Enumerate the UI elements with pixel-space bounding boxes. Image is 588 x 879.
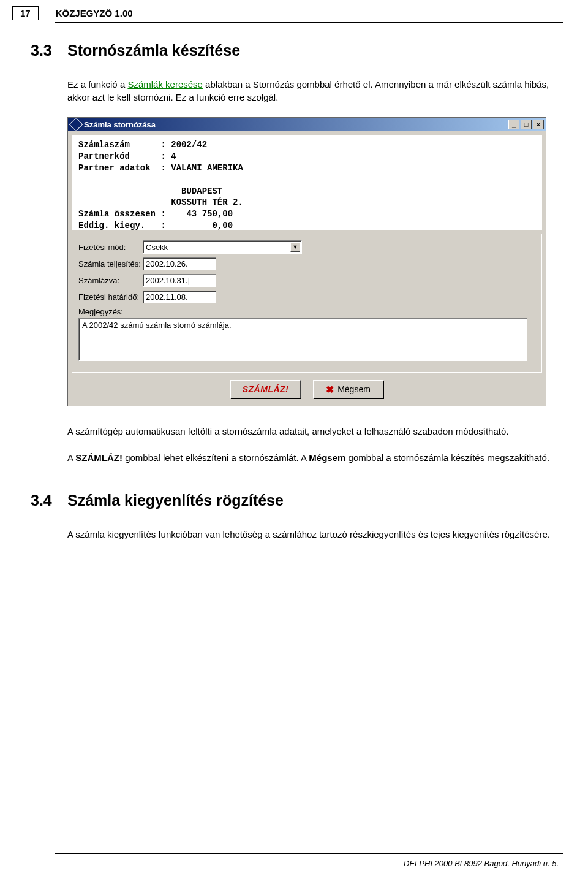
close-icon: ✖ bbox=[326, 384, 334, 395]
section-number: 3.3 bbox=[31, 42, 67, 59]
chevron-down-icon[interactable]: ▼ bbox=[290, 242, 300, 252]
info-panel: Számlaszám : 2002/42 Partnerkód : 4 Part… bbox=[72, 135, 542, 230]
text-bold: SZÁMLÁZ! bbox=[75, 452, 123, 463]
input-szamlazva[interactable]: 2002.10.31.| bbox=[143, 274, 216, 287]
input-teljesites[interactable]: 2002.10.26. bbox=[143, 257, 216, 270]
text: Ez a funkció a bbox=[67, 79, 127, 89]
paragraph: A SZÁMLÁZ! gombbal lehet elkészíteni a s… bbox=[67, 451, 551, 464]
section-3-4-heading: 3.4 Számla kiegyenlítés rögzítése bbox=[67, 492, 551, 509]
label-hatarido: Fizetési határidő: bbox=[78, 292, 143, 302]
doc-title: KÖZJEGYZŐ 1.00 bbox=[56, 6, 133, 18]
text: gombbal a stornószámla készítés megszakí… bbox=[345, 452, 549, 463]
app-icon bbox=[69, 118, 83, 132]
button-label: Mégsem bbox=[337, 384, 371, 394]
link-szamlak-keresese[interactable]: Számlák keresése bbox=[127, 79, 203, 89]
footer-rule bbox=[55, 853, 564, 854]
textarea-megjegyzes[interactable]: A 2002/42 számú számla stornó számlája. bbox=[78, 318, 527, 361]
label-teljesites: Számla teljesítés: bbox=[78, 259, 143, 268]
close-button[interactable]: × bbox=[533, 120, 544, 129]
text: gombbal lehet elkészíteni a stornószámlá… bbox=[123, 452, 309, 463]
button-label: SZÁMLÁZ! bbox=[243, 384, 289, 394]
text-bold: Mégsem bbox=[309, 452, 345, 463]
input-hatarido[interactable]: 2002.11.08. bbox=[143, 291, 216, 303]
header: 17 KÖZJEGYZŐ 1.00 bbox=[0, 0, 588, 20]
label-szamlazva: Számlázva: bbox=[78, 276, 143, 285]
window-controls: _ □ × bbox=[508, 120, 544, 129]
combo-value: Csekk bbox=[146, 243, 168, 252]
paragraph: Ez a funkció a Számlák keresése ablakban… bbox=[67, 78, 551, 104]
section-title: Számla kiegyenlítés rögzítése bbox=[67, 492, 284, 509]
megsem-button[interactable]: ✖ Mégsem bbox=[313, 380, 383, 398]
paragraph: A számla kiegyenlítés funkcióban van leh… bbox=[67, 528, 551, 541]
titlebar: Számla stornózása _ □ × bbox=[68, 118, 546, 131]
form-panel: Fizetési mód: Csekk ▼ Számla teljesítés:… bbox=[72, 234, 542, 373]
dialog-window: Számla stornózása _ □ × Számlaszám : 200… bbox=[67, 117, 546, 406]
section-title: Stornószámla készítése bbox=[67, 42, 240, 59]
label-megjegyzes: Megjegyzés: bbox=[78, 307, 123, 316]
section-3-3-heading: 3.3 Stornószámla készítése bbox=[67, 42, 551, 59]
section-number: 3.4 bbox=[31, 492, 67, 509]
label-fizetesi-mod: Fizetési mód: bbox=[78, 243, 143, 252]
window-title: Számla stornózása bbox=[84, 120, 508, 129]
page-number: 17 bbox=[12, 6, 39, 20]
text: A bbox=[67, 452, 75, 463]
maximize-button[interactable]: □ bbox=[521, 120, 532, 129]
minimize-button[interactable]: _ bbox=[508, 120, 519, 129]
footer-text: DELPHI 2000 Bt 8992 Bagod, Hunyadi u. 5. bbox=[404, 859, 559, 868]
paragraph: A számítógép automatikusan feltölti a st… bbox=[67, 425, 551, 438]
combo-fizetesi-mod[interactable]: Csekk ▼ bbox=[143, 240, 302, 254]
button-row: SZÁMLÁZ! ✖ Mégsem bbox=[68, 376, 546, 406]
page-content: 3.3 Stornószámla készítése Ez a funkció … bbox=[0, 23, 588, 541]
szamlaz-button[interactable]: SZÁMLÁZ! bbox=[230, 380, 301, 398]
